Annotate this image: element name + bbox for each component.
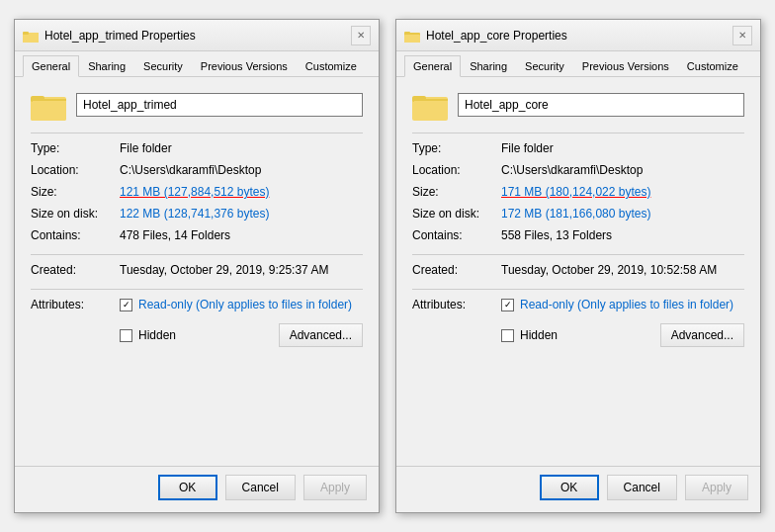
button-bar-1: OK Cancel Apply <box>15 466 379 512</box>
contains-value-1: 478 Files, 14 Folders <box>120 228 230 246</box>
apply-button-2[interactable]: Apply <box>685 475 748 500</box>
info-table-1: Type: File folder Location: C:\Users\dka… <box>31 133 363 246</box>
cancel-button-1[interactable]: Cancel <box>225 475 296 500</box>
title-text-2: Hotel_app_core Properties <box>426 29 567 43</box>
title-folder-icon-1 <box>23 28 39 44</box>
hidden-label-1: Hidden <box>138 328 176 342</box>
tab-customize-2[interactable]: Customize <box>678 55 747 77</box>
contains-label-1: Contains: <box>31 228 120 246</box>
attributes-label-row-2: Attributes: Read-only (Only applies to f… <box>412 298 744 353</box>
title-text-1: Hotel_app_trimed Properties <box>44 29 196 43</box>
size-label-2: Size: <box>412 185 501 203</box>
size-on-disk-value-1: 122 MB (128,741,376 bytes) <box>120 207 269 224</box>
cancel-button-2[interactable]: Cancel <box>607 475 677 500</box>
attributes-label-row-1: Attributes: Read-only (Only applies to f… <box>31 298 363 353</box>
readonly-label-1: Read-only (Only applies to files in fold… <box>138 298 352 311</box>
hidden-row-2: Hidden Advanced... <box>501 323 744 347</box>
content-1: Type: File folder Location: C:\Users\dka… <box>15 77 379 466</box>
dialog-hotel-core: Hotel_app_core Properties ✕ General Shar… <box>395 19 761 513</box>
attributes-section-1: Attributes: Read-only (Only applies to f… <box>31 298 363 353</box>
advanced-button-1[interactable]: Advanced... <box>279 323 363 347</box>
created-label-1: Created: <box>31 263 120 281</box>
svg-rect-10 <box>404 35 420 43</box>
type-row-1: Type: File folder <box>31 141 363 159</box>
title-bar-2: Hotel_app_core Properties ✕ <box>396 20 760 51</box>
tab-prevversions-1[interactable]: Previous Versions <box>192 55 297 77</box>
tabs-2: General Sharing Security Previous Versio… <box>396 51 760 77</box>
hidden-checkbox-2[interactable] <box>501 329 514 342</box>
type-value-2: File folder <box>501 141 554 159</box>
contains-label-2: Contains: <box>412 228 501 246</box>
hidden-checkbox-1[interactable] <box>120 329 132 342</box>
size-on-disk-label-1: Size on disk: <box>31 207 120 224</box>
svg-rect-8 <box>31 99 66 101</box>
size-on-disk-value-2: 172 MB (181,166,080 bytes) <box>501 207 650 224</box>
created-value-1: Tuesday, October 29, 2019, 9:25:37 AM <box>120 263 328 281</box>
created-row-2: Created: Tuesday, October 29, 2019, 10:5… <box>412 263 744 281</box>
apply-button-1[interactable]: Apply <box>303 475 367 500</box>
tabs-1: General Sharing Security Previous Versio… <box>15 51 379 77</box>
tab-prevversions-2[interactable]: Previous Versions <box>573 55 678 77</box>
readonly-label-2: Read-only (Only applies to files in fold… <box>520 298 733 311</box>
dialog-hotel-trimed: Hotel_app_trimed Properties ✕ General Sh… <box>14 19 380 513</box>
tab-sharing-1[interactable]: Sharing <box>79 55 134 77</box>
title-bar-1: Hotel_app_trimed Properties ✕ <box>15 20 379 51</box>
type-value-1: File folder <box>120 141 172 159</box>
folder-icon-large-1 <box>31 89 66 121</box>
type-row-2: Type: File folder <box>412 141 744 159</box>
folder-header-2 <box>412 89 744 121</box>
tab-general-1[interactable]: General <box>23 55 79 77</box>
advanced-button-2[interactable]: Advanced... <box>660 323 744 347</box>
title-folder-icon-2 <box>404 28 420 44</box>
contains-value-2: 558 Files, 13 Folders <box>501 228 612 246</box>
ok-button-1[interactable]: OK <box>158 475 217 500</box>
size-row-1: Size: 121 MB (127,884,512 bytes) <box>31 185 363 203</box>
contains-row-1: Contains: 478 Files, 14 Folders <box>31 228 363 246</box>
readonly-row-2: Read-only (Only applies to files in fold… <box>501 298 744 311</box>
folder-name-input-2[interactable] <box>458 93 744 117</box>
location-row-1: Location: C:\Users\dkaramfi\Desktop <box>31 163 363 181</box>
location-label-2: Location: <box>412 163 501 181</box>
svg-rect-3 <box>23 32 29 35</box>
location-label-1: Location: <box>31 163 120 181</box>
location-row-2: Location: C:\Users\dkaramfi\Desktop <box>412 163 744 181</box>
size-on-disk-row-1: Size on disk: 122 MB (128,741,376 bytes) <box>31 207 363 224</box>
folder-header-1 <box>31 89 363 121</box>
folder-icon-large-2 <box>412 89 448 121</box>
readonly-row-1: Read-only (Only applies to files in fold… <box>120 298 363 311</box>
size-label-1: Size: <box>31 185 120 203</box>
tab-security-2[interactable]: Security <box>516 55 573 77</box>
readonly-checkbox-2[interactable] <box>501 299 514 311</box>
attributes-label-2: Attributes: <box>412 298 501 353</box>
attributes-section-2: Attributes: Read-only (Only applies to f… <box>412 298 744 353</box>
folder-name-input-1[interactable] <box>76 93 363 117</box>
attributes-label-1: Attributes: <box>31 298 120 353</box>
size-on-disk-label-2: Size on disk: <box>412 207 501 224</box>
tab-general-2[interactable]: General <box>404 55 461 77</box>
tab-security-1[interactable]: Security <box>134 55 192 77</box>
button-bar-2: OK Cancel Apply <box>396 466 760 512</box>
close-button-2[interactable]: ✕ <box>732 26 752 45</box>
svg-rect-11 <box>404 32 410 35</box>
hidden-label-2: Hidden <box>520 328 558 342</box>
content-2: Type: File folder Location: C:\Users\dka… <box>396 77 760 466</box>
contains-row-2: Contains: 558 Files, 13 Folders <box>412 228 744 246</box>
created-value-2: Tuesday, October 29, 2019, 10:52:58 AM <box>501 263 717 281</box>
info-table-2: Type: File folder Location: C:\Users\dka… <box>412 133 744 246</box>
hidden-row-1: Hidden Advanced... <box>120 323 363 347</box>
title-bar-left-2: Hotel_app_core Properties <box>404 28 567 44</box>
tab-customize-1[interactable]: Customize <box>297 55 366 77</box>
created-label-2: Created: <box>412 263 501 281</box>
size-value-1: 121 MB (127,884,512 bytes) <box>120 185 269 203</box>
type-label-1: Type: <box>31 141 120 159</box>
close-button-1[interactable]: ✕ <box>351 26 371 45</box>
readonly-checkbox-1[interactable] <box>120 299 132 311</box>
svg-rect-14 <box>414 99 446 119</box>
title-bar-left-1: Hotel_app_trimed Properties <box>23 28 196 44</box>
svg-rect-15 <box>412 99 448 101</box>
tab-sharing-2[interactable]: Sharing <box>461 55 516 77</box>
size-row-2: Size: 171 MB (180,124,022 bytes) <box>412 185 744 203</box>
svg-rect-2 <box>23 35 39 43</box>
ok-button-2[interactable]: OK <box>540 475 599 500</box>
size-value-2: 171 MB (180,124,022 bytes) <box>501 185 650 203</box>
